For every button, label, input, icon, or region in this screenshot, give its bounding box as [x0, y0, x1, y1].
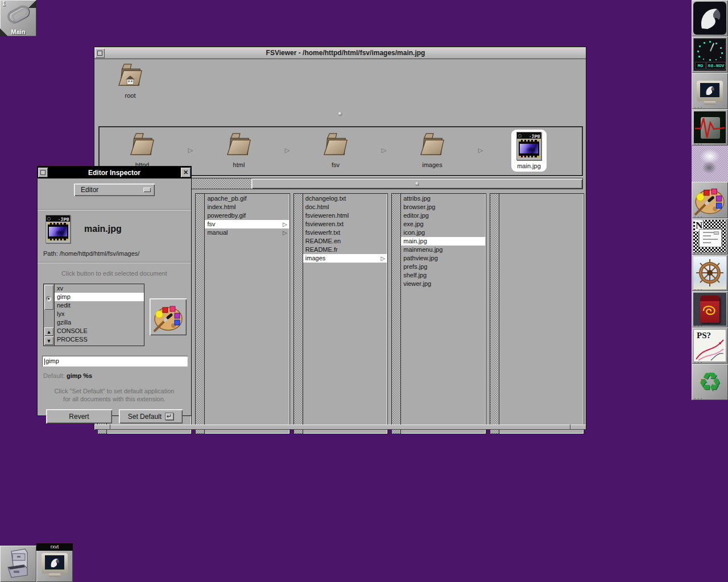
list-item-fsv[interactable]: fsv▷: [205, 220, 289, 228]
file-name: dchangelog.txt: [305, 194, 346, 203]
popup-indicator-icon: [143, 188, 151, 192]
dock-tile-monitor-app[interactable]: ···: [692, 109, 728, 146]
list-item-exe.jpg[interactable]: exe.jpg: [401, 220, 485, 228]
fsviewer-titlebar[interactable]: FSViewer - /home/httpd/html/fsv/images/m…: [94, 47, 586, 59]
recycle-icon: ♻: [698, 366, 721, 398]
column-scrollbar[interactable]: [392, 194, 401, 434]
folder-icon: [322, 131, 349, 157]
list-item-manual[interactable]: manual▷: [205, 228, 289, 237]
dock-tile-dithered[interactable]: [692, 146, 728, 182]
list-item-mainmenu.jpg[interactable]: mainmenu.jpg: [401, 246, 485, 254]
resize-handle-left[interactable]: [94, 425, 110, 430]
resize-handle-middle[interactable]: [110, 425, 570, 430]
dock-tile-clock[interactable]: MO 08-NOV: [692, 36, 728, 73]
list-item-attribs.jpg[interactable]: attribs.jpg: [401, 194, 485, 203]
path-item-images[interactable]: images: [390, 131, 475, 169]
column-scrollbar[interactable]: [294, 194, 303, 434]
rxvt-appicon[interactable]: rxvt: [36, 543, 73, 582]
scroll-down-icon[interactable]: ▼: [44, 336, 53, 345]
list-item-index.html[interactable]: index.html: [205, 203, 289, 211]
dock-tile-terminal[interactable]: ···: [692, 73, 728, 109]
list-item-poweredby.gif[interactable]: poweredby.gif: [205, 211, 289, 220]
window-resize-bar[interactable]: [94, 425, 586, 430]
shelf-resize-dimple[interactable]: [338, 112, 342, 116]
mail-icon: N: [693, 220, 726, 253]
scroll-up-icon[interactable]: ▲: [44, 327, 53, 336]
clock-day-display: MO: [696, 63, 705, 69]
root-folder-icon: [117, 61, 144, 88]
dock-tile-mailbox[interactable]: ···: [692, 291, 728, 327]
path-item-html[interactable]: html: [196, 131, 282, 169]
path-item-main.jpg[interactable]: .jpg main.jpg: [486, 131, 572, 171]
list-item-browser.jpg[interactable]: browser.jpg: [401, 203, 485, 211]
editor-item-lyx[interactable]: lyx: [55, 310, 144, 318]
swirl-icon: [47, 217, 51, 221]
miniaturize-button[interactable]: [38, 168, 48, 177]
dock-tile-wmaker[interactable]: [692, 0, 728, 36]
editor-list-scrollbar[interactable]: ▲ ▼: [44, 284, 55, 346]
list-item-doc.html[interactable]: doc.html: [303, 203, 387, 211]
list-item-prefs.jpg[interactable]: prefs.jpg: [401, 263, 485, 271]
scrollbar-knob[interactable]: [251, 178, 582, 189]
column-scrollbar[interactable]: [196, 194, 205, 434]
dithered-app-icon: [692, 146, 728, 182]
list-item-README.fr[interactable]: README.fr: [303, 246, 387, 254]
fsviewer-appicon[interactable]: [0, 546, 36, 582]
list-item-fsvieweren.txt[interactable]: fsvieweren.txt: [303, 220, 387, 228]
workspace-clip[interactable]: 1 Main: [0, 0, 36, 36]
branch-arrow-icon: ▷: [283, 220, 287, 228]
inspector-titlebar[interactable]: Editor Inspector ✕: [38, 167, 191, 178]
jpg-thumbnail-image: [49, 227, 67, 236]
editor-item-gzilla[interactable]: gzilla: [55, 318, 144, 327]
editor-item-xv[interactable]: xv: [55, 284, 144, 293]
list-item-fsvieweren.html[interactable]: fsvieweren.html: [303, 211, 387, 220]
default-value: gimp %s: [67, 372, 92, 379]
revert-button[interactable]: Revert: [46, 409, 112, 423]
miniaturize-button[interactable]: [95, 48, 105, 58]
set-default-button[interactable]: Set Default ↵: [119, 409, 183, 423]
editor-command-input[interactable]: gimp: [42, 356, 188, 367]
dock-tile-gimp[interactable]: ···: [692, 182, 728, 218]
list-item-icon.jpg[interactable]: icon.jpg: [401, 228, 485, 237]
close-icon[interactable]: ✕: [181, 168, 191, 177]
dock-tile-mail[interactable]: N ···: [692, 218, 728, 255]
dock-tile-psviewer[interactable]: PS? ···: [692, 327, 728, 364]
monitor-icon: [42, 553, 68, 573]
dock-tile-recycler[interactable]: ♻ ···: [692, 364, 728, 400]
help-text-line1: Click "Set Default" to set default appli…: [38, 388, 191, 394]
list-item-viewer.jpg[interactable]: viewer.jpg: [401, 280, 485, 288]
list-item-apache_pb.gif[interactable]: apache_pb.gif: [205, 194, 289, 203]
inspector-mode-popup[interactable]: Editor: [74, 184, 155, 196]
list-item-main.jpg[interactable]: main.jpg: [401, 237, 485, 246]
file-name: index.html: [207, 203, 235, 211]
path-item-label: html: [231, 161, 247, 168]
list-item-pathview.jpg[interactable]: pathview.jpg: [401, 254, 485, 263]
folder-icon: [225, 131, 253, 157]
list-item-README.en[interactable]: README.en: [303, 237, 387, 246]
file-name: attribs.jpg: [403, 194, 431, 203]
path-item-httpd[interactable]: httpd: [100, 131, 185, 169]
default-command-line: Default: gimp %s: [43, 372, 92, 379]
clip-next-workspace-icon[interactable]: [28, 0, 36, 8]
list-item-editor.jpg[interactable]: editor.jpg: [401, 211, 485, 220]
list-item-shelf.jpg[interactable]: shelf.jpg: [401, 271, 485, 280]
swirl-icon: [518, 134, 522, 138]
editor-item-gimp[interactable]: gimp: [55, 293, 144, 301]
editor-item-CONSOLE[interactable]: CONSOLE: [55, 327, 144, 335]
edit-with-gimp-button[interactable]: [150, 298, 187, 335]
list-item-images[interactable]: images▷: [303, 254, 387, 263]
editor-item-PROCESS[interactable]: PROCESS: [55, 335, 144, 344]
resize-handle-right[interactable]: [570, 425, 586, 430]
editor-item-nedit[interactable]: nedit: [55, 301, 144, 310]
mailbox-icon: [693, 293, 726, 326]
shelf-item-root[interactable]: root: [110, 61, 150, 100]
list-item-dchangelog.txt[interactable]: dchangelog.txt: [303, 194, 387, 203]
editor-item-MAGICASCII[interactable]: MAGICASCII: [55, 344, 144, 346]
browser-column-1: apache_pb.gifindex.htmlpoweredby.giffsv▷…: [195, 193, 289, 434]
path-item-fsv[interactable]: fsv: [293, 131, 378, 169]
dock-tile-helm[interactable]: ···: [692, 255, 728, 291]
list-item-fsviewerfr.txt[interactable]: fsviewerfr.txt: [303, 228, 387, 237]
column-scrollbar[interactable]: [490, 194, 499, 434]
default-editor-radio[interactable]: [46, 296, 51, 301]
path-item-label: main.jpg: [515, 163, 543, 169]
